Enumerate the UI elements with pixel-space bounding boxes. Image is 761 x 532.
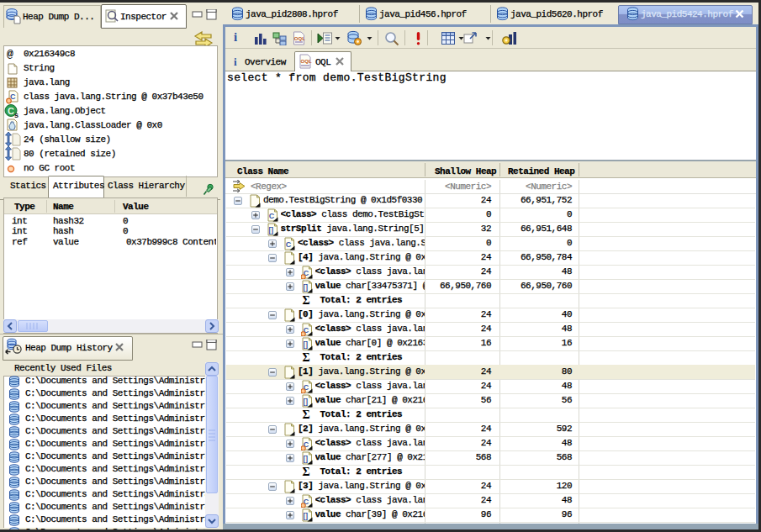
svg-text:C: C xyxy=(286,240,292,249)
svg-text:[]: [] xyxy=(303,398,308,406)
svg-text:s: s xyxy=(14,111,18,119)
svg-text:C: C xyxy=(268,212,274,220)
svg-text:[]: [] xyxy=(303,512,308,520)
svg-text:[]: [] xyxy=(303,340,308,349)
svg-text:[]: [] xyxy=(303,283,308,292)
svg-text:C: C xyxy=(8,106,14,116)
svg-text:[]: [] xyxy=(303,455,308,463)
svg-text:[]: [] xyxy=(268,226,273,234)
